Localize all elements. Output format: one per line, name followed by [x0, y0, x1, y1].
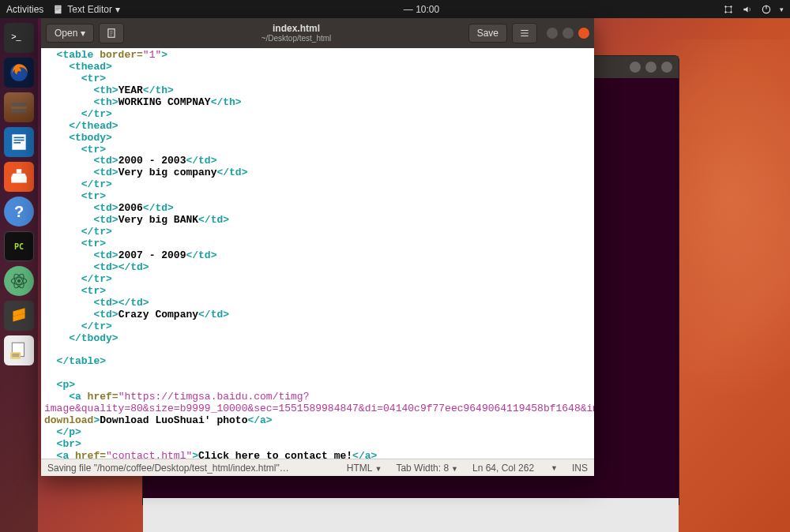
app-menu-label: Text Editor: [67, 4, 112, 15]
svg-rect-28: [12, 356, 19, 357]
sublime-icon[interactable]: [4, 301, 34, 331]
gedit-icon[interactable]: [4, 335, 34, 365]
clock[interactable]: — 10:00: [120, 4, 723, 15]
dock: >_ ? PC: [0, 18, 38, 532]
save-button[interactable]: Save: [468, 24, 507, 43]
svg-rect-1: [56, 6, 61, 7]
network-icon[interactable]: [723, 4, 734, 15]
editor-text-area[interactable]: <table border="1"> <thead> <tr> <th>YEAR…: [41, 48, 594, 459]
window-subtitle: ~/Desktop/test_html: [129, 34, 463, 43]
help-icon[interactable]: ?: [4, 197, 34, 227]
svg-rect-15: [11, 110, 27, 112]
status-message: Saving file "/home/coffee/Desktop/test_h…: [47, 463, 333, 474]
tabwidth-selector[interactable]: Tab Width: 8▼: [396, 463, 458, 474]
firefox-icon[interactable]: [4, 58, 34, 88]
svg-rect-17: [14, 137, 24, 139]
cursor-position: Ln 64, Col 262: [472, 463, 534, 474]
status-bar: Saving file "/home/coffee/Desktop/test_h…: [41, 459, 594, 476]
minimize-button[interactable]: [547, 28, 558, 39]
svg-text:>_: >_: [11, 32, 21, 41]
maximize-button[interactable]: [645, 62, 656, 73]
svg-rect-3: [56, 9, 59, 10]
pycharm-icon[interactable]: PC: [4, 231, 34, 261]
atom-icon[interactable]: [4, 266, 34, 296]
svg-rect-27: [12, 354, 19, 354]
hamburger-menu-button[interactable]: [512, 23, 537, 43]
terminal-icon[interactable]: >_: [4, 23, 34, 53]
svg-rect-9: [766, 5, 766, 9]
svg-rect-20: [17, 169, 22, 173]
svg-rect-14: [11, 107, 27, 109]
activities-button[interactable]: Activities: [6, 4, 43, 15]
text-editor-window: Open ▾ index.html ~/Desktop/test_html Sa…: [41, 18, 594, 476]
maximize-button[interactable]: [562, 28, 574, 39]
chevron-down-icon[interactable]: ▼: [551, 464, 558, 472]
svg-rect-19: [14, 142, 21, 144]
hamburger-icon: [519, 28, 530, 39]
open-button-label: Open: [55, 28, 77, 39]
power-icon[interactable]: [761, 4, 772, 15]
insert-mode[interactable]: INS: [572, 463, 588, 474]
document-icon: [106, 28, 117, 39]
text-editor-icon: [53, 4, 64, 15]
minimize-button[interactable]: [630, 62, 641, 73]
language-selector[interactable]: HTML▼: [347, 463, 382, 474]
open-button[interactable]: Open ▾: [46, 24, 94, 43]
svg-rect-2: [56, 8, 61, 9]
new-document-button[interactable]: [99, 23, 124, 43]
svg-point-21: [17, 279, 21, 283]
chevron-down-icon[interactable]: ▾: [780, 6, 784, 13]
close-button[interactable]: [578, 28, 589, 39]
editor-header: Open ▾ index.html ~/Desktop/test_html Sa…: [41, 18, 594, 48]
window-title: index.html: [129, 23, 463, 34]
libreoffice-writer-icon[interactable]: [4, 127, 34, 157]
svg-rect-18: [14, 140, 24, 141]
chevron-down-icon: ▾: [81, 28, 85, 39]
ubuntu-software-icon[interactable]: [4, 162, 34, 192]
top-bar: Activities Text Editor ▾ — 10:00 ▾: [0, 0, 790, 18]
svg-rect-13: [11, 103, 27, 106]
files-icon[interactable]: [4, 92, 34, 122]
close-button[interactable]: [661, 62, 672, 73]
app-menu[interactable]: Text Editor ▾: [53, 4, 120, 15]
volume-icon[interactable]: [742, 4, 753, 15]
